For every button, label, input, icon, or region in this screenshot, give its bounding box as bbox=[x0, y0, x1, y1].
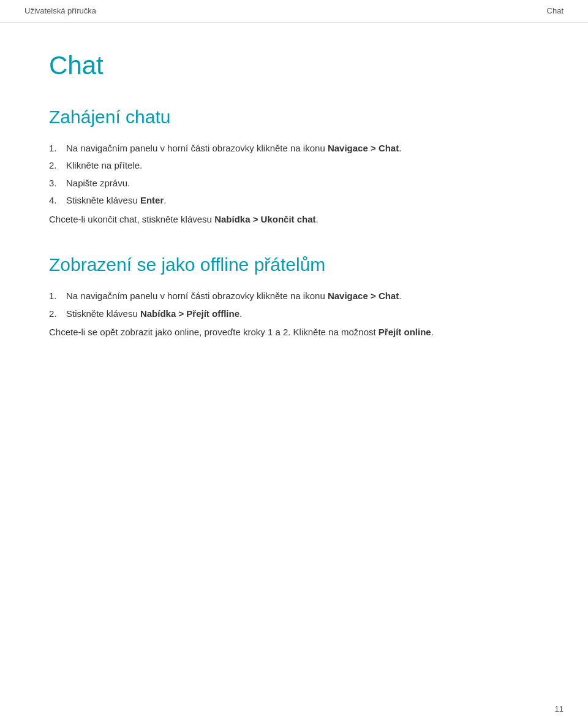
step-number: 1. bbox=[49, 142, 66, 156]
page-title: Chat bbox=[49, 46, 539, 85]
step-number: 2. bbox=[49, 307, 66, 321]
step-number: 2. bbox=[49, 159, 66, 173]
section1-heading: Zahájení chatu bbox=[49, 103, 539, 131]
step-text: Na navigačním panelu v horní části obraz… bbox=[66, 142, 539, 156]
step-text: Stiskněte klávesu Nabídka > Přejít offli… bbox=[66, 307, 539, 321]
step-text: Napište zprávu. bbox=[66, 177, 539, 191]
step-text: Klikněte na přítele. bbox=[66, 159, 539, 173]
list-item: 2. Stiskněte klávesu Nabídka > Přejít of… bbox=[49, 307, 539, 321]
section1-note: Chcete-li ukončit chat, stiskněte kláves… bbox=[49, 213, 539, 227]
header-section: Chat bbox=[547, 5, 564, 17]
section2-heading: Zobrazení se jako offline přátelům bbox=[49, 251, 539, 278]
section2-note: Chcete-li se opět zobrazit jako online, … bbox=[49, 325, 539, 340]
step-text: Na navigačním panelu v horní části obraz… bbox=[66, 289, 539, 303]
main-content: Chat Zahájení chatu 1. Na navigačním pan… bbox=[0, 28, 588, 383]
step-number: 4. bbox=[49, 194, 66, 208]
page-number: 11 bbox=[555, 704, 564, 714]
breadcrumb: Uživatelská příručka bbox=[24, 5, 96, 17]
list-item: 4. Stiskněte klávesu Enter. bbox=[49, 194, 539, 208]
header-divider bbox=[0, 22, 588, 23]
page-footer: 11 bbox=[555, 703, 564, 715]
list-item: 2. Klikněte na přítele. bbox=[49, 159, 539, 173]
list-item: 3. Napište zprávu. bbox=[49, 177, 539, 191]
step-number: 1. bbox=[49, 289, 66, 303]
list-item: 1. Na navigačním panelu v horní části ob… bbox=[49, 142, 539, 156]
step-text: Stiskněte klávesu Enter. bbox=[66, 194, 539, 208]
list-item: 1. Na navigačním panelu v horní části ob… bbox=[49, 289, 539, 303]
page-header: Uživatelská příručka Chat bbox=[0, 0, 588, 22]
step-number: 3. bbox=[49, 177, 66, 191]
